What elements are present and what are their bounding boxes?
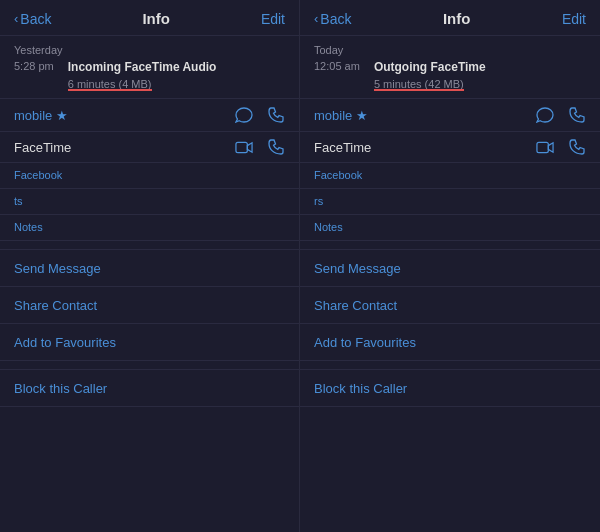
info-field-1: ts — [0, 189, 299, 215]
block-section: Block this Caller — [0, 369, 299, 407]
facetime-label: FaceTime — [14, 140, 71, 155]
page-title: Info — [142, 10, 170, 27]
edit-button[interactable]: Edit — [261, 11, 285, 27]
info-field-2: Notes — [300, 215, 600, 241]
svg-rect-1 — [537, 142, 548, 152]
action-label-0: Send Message — [314, 261, 401, 276]
facetime-row: FaceTime — [300, 132, 600, 163]
back-label: Back — [20, 11, 51, 27]
call-section: Today 12:05 am Outgoing FaceTime 5 minut… — [300, 36, 600, 99]
phone-icon[interactable] — [267, 107, 285, 123]
action-label-2: Add to Favourites — [314, 335, 416, 350]
action-label-2: Add to Favourites — [14, 335, 116, 350]
action-label-1: Share Contact — [314, 298, 397, 313]
field-label-1: rs — [314, 195, 586, 207]
block-caller-button[interactable]: Block this Caller — [300, 369, 600, 407]
call-duration: 6 minutes (4 MB) — [68, 78, 152, 90]
contact-row: mobile ★ — [300, 99, 600, 132]
panel-left: ‹ Back Info Edit Yesterday 5:28 pm Incom… — [0, 0, 300, 532]
block-caller-label: Block this Caller — [14, 381, 107, 396]
action-item-0[interactable]: Send Message — [300, 249, 600, 287]
call-time: 5:28 pm — [14, 60, 54, 72]
action-item-0[interactable]: Send Message — [0, 249, 299, 287]
field-label-0: Facebook — [314, 169, 586, 181]
field-label-2: Notes — [14, 221, 285, 233]
facetime-label: FaceTime — [314, 140, 371, 155]
action-label-0: Send Message — [14, 261, 101, 276]
action-item-1[interactable]: Share Contact — [300, 287, 600, 324]
edit-button[interactable]: Edit — [562, 11, 586, 27]
info-field-2: Notes — [0, 215, 299, 241]
action-item-2[interactable]: Add to Favourites — [300, 324, 600, 361]
action-item-2[interactable]: Add to Favourites — [0, 324, 299, 361]
header: ‹ Back Info Edit — [0, 0, 299, 36]
page-title: Info — [443, 10, 471, 27]
call-duration: 5 minutes (42 MB) — [374, 78, 464, 90]
svg-rect-0 — [236, 142, 247, 152]
header: ‹ Back Info Edit — [300, 0, 600, 36]
facetime-phone-icon[interactable] — [267, 139, 285, 155]
call-type: Outgoing FaceTime — [374, 60, 586, 74]
panel-right: ‹ Back Info Edit Today 12:05 am Outgoing… — [300, 0, 600, 532]
contact-row: mobile ★ — [0, 99, 299, 132]
call-date: Yesterday — [14, 44, 285, 56]
field-label-2: Notes — [314, 221, 586, 233]
block-caller-button[interactable]: Block this Caller — [0, 369, 299, 407]
field-label-1: ts — [14, 195, 285, 207]
call-date: Today — [314, 44, 586, 56]
back-button[interactable]: ‹ Back — [314, 11, 351, 27]
field-label-0: Facebook — [14, 169, 285, 181]
chevron-left-icon: ‹ — [14, 11, 18, 26]
info-field-0: Facebook — [0, 163, 299, 189]
facetime-row: FaceTime — [0, 132, 299, 163]
info-field-1: rs — [300, 189, 600, 215]
message-icon[interactable] — [536, 107, 554, 123]
block-caller-label: Block this Caller — [314, 381, 407, 396]
contact-icons — [536, 107, 586, 123]
info-field-0: Facebook — [300, 163, 600, 189]
facetime-icons — [536, 139, 586, 155]
contact-label: mobile ★ — [314, 108, 368, 123]
back-button[interactable]: ‹ Back — [14, 11, 51, 27]
back-label: Back — [320, 11, 351, 27]
chevron-left-icon: ‹ — [314, 11, 318, 26]
contact-label: mobile ★ — [14, 108, 68, 123]
phone-icon[interactable] — [568, 107, 586, 123]
call-section: Yesterday 5:28 pm Incoming FaceTime Audi… — [0, 36, 299, 99]
block-section: Block this Caller — [300, 369, 600, 407]
message-icon[interactable] — [235, 107, 253, 123]
facetime-phone-icon[interactable] — [568, 139, 586, 155]
call-type: Incoming FaceTime Audio — [68, 60, 285, 74]
facetime-icons — [235, 139, 285, 155]
facetime-video-icon[interactable] — [536, 139, 554, 155]
action-item-1[interactable]: Share Contact — [0, 287, 299, 324]
facetime-video-icon[interactable] — [235, 139, 253, 155]
action-label-1: Share Contact — [14, 298, 97, 313]
contact-icons — [235, 107, 285, 123]
call-time: 12:05 am — [314, 60, 360, 72]
